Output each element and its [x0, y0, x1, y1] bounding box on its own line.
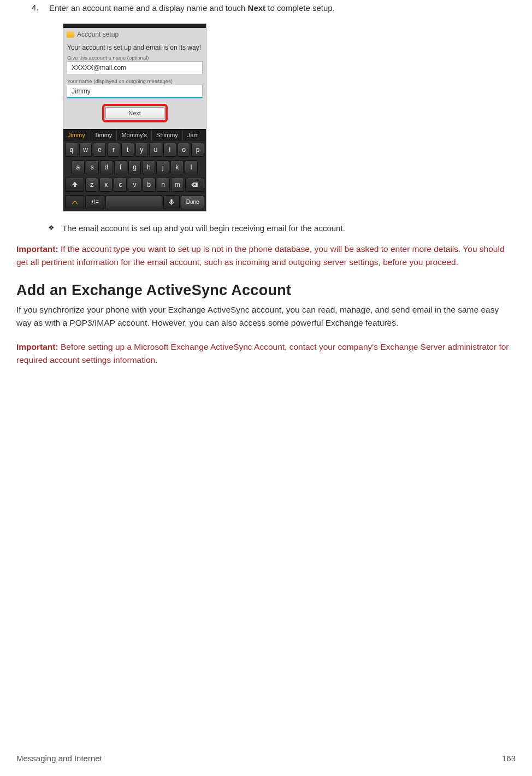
keyboard: Jimmy Timmy Mommy's Shimmy Jam q w e r t…: [63, 129, 206, 211]
account-name-input[interactable]: XXXXX@mail.com: [67, 61, 203, 74]
key[interactable]: h: [142, 160, 155, 174]
backspace-icon: [191, 181, 198, 189]
section-paragraph: If you synchronize your phone with your …: [16, 303, 516, 330]
backspace-key[interactable]: [185, 178, 204, 192]
key[interactable]: b: [143, 178, 156, 192]
window-title: Account setup: [77, 31, 119, 38]
key[interactable]: n: [157, 178, 170, 192]
key[interactable]: l: [185, 160, 198, 174]
footer-section: Messaging and Internet: [16, 754, 102, 763]
key[interactable]: k: [170, 160, 184, 174]
key[interactable]: o: [178, 143, 191, 157]
key[interactable]: c: [114, 178, 127, 192]
step-number: 4.: [32, 3, 42, 14]
step-text: Enter an account name and a display name…: [49, 3, 335, 14]
key[interactable]: i: [163, 143, 176, 157]
important-note-2: Important: Before setting up a Microsoft…: [16, 340, 516, 367]
next-button-highlight: Next: [102, 104, 168, 122]
space-key[interactable]: [105, 195, 162, 209]
key[interactable]: g: [128, 160, 141, 174]
display-name-input[interactable]: Jimmy: [67, 85, 203, 98]
suggestion[interactable]: Shimmy: [152, 130, 183, 141]
key[interactable]: a: [72, 160, 85, 174]
important-note-1: Important: If the account type you want …: [16, 243, 516, 269]
mic-icon: [168, 198, 175, 206]
key[interactable]: z: [85, 178, 98, 192]
done-key[interactable]: Done: [181, 195, 204, 209]
symbols-key[interactable]: +!=: [85, 195, 104, 209]
key[interactable]: x: [99, 178, 113, 192]
shift-key[interactable]: [65, 178, 84, 192]
key[interactable]: e: [93, 143, 106, 157]
key[interactable]: d: [100, 160, 113, 174]
key[interactable]: w: [79, 143, 92, 157]
display-name-label: Your name (displayed on outgoing message…: [63, 77, 206, 85]
key[interactable]: y: [135, 143, 149, 157]
bullet-text: The email account is set up and you will…: [62, 224, 345, 233]
key[interactable]: t: [121, 143, 134, 157]
setup-message: Your account is set up and email is on i…: [63, 41, 206, 53]
next-button[interactable]: Next: [105, 107, 164, 119]
suggestion[interactable]: Jam: [183, 130, 203, 141]
section-heading: Add an Exchange ActiveSync Account: [16, 282, 516, 299]
suggestion[interactable]: Mommy's: [117, 130, 152, 141]
shift-icon: [71, 181, 79, 189]
swype-key[interactable]: [65, 195, 84, 209]
swype-icon: [71, 198, 79, 206]
page-footer: Messaging and Internet 163: [16, 754, 516, 763]
step-4: 4. Enter an account name and a display n…: [32, 3, 516, 14]
suggestion-bar: Jimmy Timmy Mommy's Shimmy Jam: [63, 129, 206, 141]
account-name-label: Give this account a name (optional): [63, 53, 206, 61]
key[interactable]: p: [191, 143, 204, 157]
mail-icon: [67, 31, 74, 38]
key[interactable]: q: [65, 143, 78, 157]
phone-screenshot: Account setup Your account is set up and…: [63, 23, 206, 211]
window-title-bar: Account setup: [63, 28, 206, 41]
mic-key[interactable]: [163, 195, 180, 209]
suggestion[interactable]: Timmy: [90, 130, 117, 141]
key[interactable]: r: [107, 143, 120, 157]
bullet-symbol: ❖: [48, 224, 55, 233]
page-number: 163: [502, 754, 516, 763]
key[interactable]: v: [128, 178, 141, 192]
key[interactable]: u: [149, 143, 162, 157]
status-bar: [63, 24, 206, 28]
key[interactable]: j: [156, 160, 169, 174]
bullet-item: ❖ The email account is set up and you wi…: [48, 224, 516, 233]
key[interactable]: s: [86, 160, 99, 174]
suggestion[interactable]: Jimmy: [63, 130, 90, 141]
key[interactable]: m: [171, 178, 184, 192]
key[interactable]: f: [114, 160, 127, 174]
